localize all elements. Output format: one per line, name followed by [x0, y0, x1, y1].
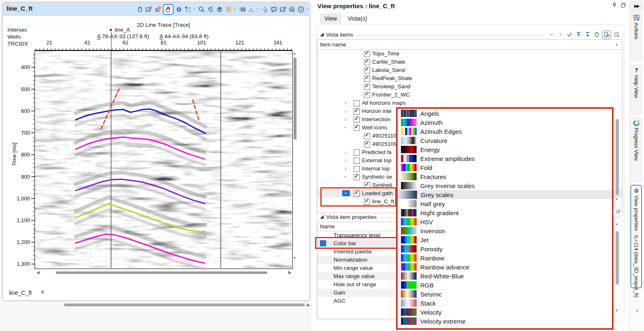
checkbox[interactable]: ✓: [364, 84, 370, 90]
chevron-down-small-icon[interactable]: [548, 31, 555, 38]
colorbar-option-hight-gradient[interactable]: Hight gradient: [398, 208, 612, 217]
checkbox[interactable]: ✓: [354, 108, 360, 115]
checkbox[interactable]: [354, 100, 360, 106]
colorbar-option-velocity-extreme[interactable]: Velocity extreme: [398, 317, 612, 326]
tree-item-carlile-shale[interactable]: ✓Carlile_Shale: [317, 58, 622, 66]
tree-scroll-up-icon[interactable]: ▲: [615, 43, 619, 46]
plot-vscroll-thumb[interactable]: [294, 57, 297, 140]
image-history-icon[interactable]: [145, 6, 153, 14]
crosshair-cursor-icon[interactable]: [261, 6, 269, 14]
colorbar-option-jet[interactable]: Jet: [398, 235, 612, 244]
wiggle-traces-chevron-icon[interactable]: ›: [234, 8, 237, 11]
check-blue-icon[interactable]: [566, 31, 573, 38]
bottom-tab-line-c-ft[interactable]: line_C_ft: [9, 290, 32, 296]
import-down-icon[interactable]: [584, 31, 591, 38]
colorbar-option-seismic[interactable]: Seismic: [398, 290, 612, 299]
chevron-right-icon[interactable]: ›: [345, 100, 346, 106]
property-row-normalization[interactable]: Normalization: [317, 256, 396, 264]
tree-item-all-horizons-maps[interactable]: ›All horizons maps: [317, 99, 622, 107]
well-marker-1[interactable]: Δ 44-AX-34 (83.8 ft): [160, 33, 208, 39]
amplitude-curve-icon[interactable]: [247, 6, 255, 14]
property-row-min-range-value[interactable]: Min range value: [317, 264, 396, 272]
checkbox[interactable]: ✓: [354, 174, 360, 180]
pin-icon[interactable]: [611, 2, 618, 9]
intersection-marker[interactable]: ▼ line_A: [109, 27, 130, 33]
plot-scroll-up-icon[interactable]: ▲: [293, 52, 297, 55]
zoom-magnifier-icon[interactable]: [197, 6, 205, 14]
import-up-icon[interactable]: [575, 31, 582, 38]
colorbar-option-grey-inverse-scales[interactable]: Grey Inverse scales: [398, 181, 612, 190]
checkbox[interactable]: [354, 149, 360, 156]
property-row-gain[interactable]: Gain: [317, 289, 396, 297]
checkbox[interactable]: ✓: [354, 117, 360, 123]
tree-vscroll-thumb[interactable]: [616, 119, 619, 195]
colorbar-option-extreme-amplitudes[interactable]: Extreme amplitudes: [398, 154, 612, 163]
vista-items-section-header[interactable]: Vista items: [320, 30, 620, 39]
chevron-right-small-icon[interactable]: [557, 31, 564, 38]
annotation-bubble-icon[interactable]: [270, 6, 278, 14]
checkbox[interactable]: ✓: [364, 141, 370, 147]
colorbar-option-grey-scales[interactable]: Grey scales: [398, 190, 612, 199]
colorbar-option-azimuth-edges[interactable]: Azimuth Edges: [398, 127, 612, 136]
property-row-max-range-value[interactable]: Max range value: [317, 272, 396, 280]
undo-icon[interactable]: ↺: [613, 208, 623, 216]
properties-column-header[interactable]: Name: [317, 222, 396, 231]
bottom-tab-close-icon[interactable]: ✕: [40, 289, 45, 295]
props-scroll-down-icon[interactable]: ▼: [615, 309, 619, 313]
compass-icon[interactable]: [297, 6, 305, 14]
rail-tab-view-properties-il-114-data-3d[interactable]: View properties : IL=114 (data_3D_teapot…: [630, 185, 642, 288]
colorbar-option-porosity[interactable]: Porosity: [398, 244, 612, 253]
colorbar-option-fold[interactable]: Fold: [398, 163, 612, 172]
chevron-right-icon[interactable]: ›: [345, 149, 346, 155]
checkbox[interactable]: [354, 166, 360, 172]
checkbox[interactable]: ✓: [364, 67, 370, 74]
rail-tab-progress-view[interactable]: Progress View: [630, 117, 642, 182]
colorbar-option-angels[interactable]: Angels: [398, 109, 612, 118]
checkbox[interactable]: ✓: [354, 125, 360, 131]
props-scroll-up-icon[interactable]: ▲: [615, 222, 619, 226]
app-scroll-right-icon[interactable]: ▶: [307, 303, 310, 307]
chevron-right-icon[interactable]: ›: [345, 157, 346, 163]
select-region-icon[interactable]: [184, 6, 192, 14]
property-row-hide-out-of-range[interactable]: Hide out of range: [317, 280, 396, 289]
mouse-small-icon[interactable]: [593, 31, 600, 38]
mouse-mode-icon[interactable]: [206, 6, 214, 14]
chevron-right-icon[interactable]: ›: [345, 108, 346, 114]
tab-vistas[interactable]: Vista(s): [341, 13, 373, 24]
mouse-select-icon[interactable]: [136, 6, 144, 14]
tree-item-redpeak-shale[interactable]: ✓RedPeak_Shale: [317, 74, 622, 83]
plot-hscroll-thumb[interactable]: [56, 271, 267, 274]
colorbar-option-rainbow-advance[interactable]: Rainbow advance: [398, 262, 612, 271]
tree-item-frontier-2-wc[interactable]: ✓Frontier_2_WC: [317, 91, 622, 99]
colorbar-option-hsv[interactable]: HSV: [398, 217, 612, 226]
property-row-agc-ms-[interactable]: AGC: [317, 297, 396, 305]
plot-scroll-right-icon[interactable]: ▶: [288, 271, 292, 274]
rail-overflow-icon[interactable]: »: [636, 307, 639, 313]
colorbar-option-stack[interactable]: Stack: [398, 299, 612, 308]
app-hscroll-thumb[interactable]: [64, 303, 305, 306]
colorbar-option-azimuth[interactable]: Azimuth: [398, 118, 612, 127]
colorbar-option-inversion[interactable]: Inversion: [398, 226, 612, 235]
colorbar-option-rgb[interactable]: RGB: [398, 280, 612, 290]
checkbox[interactable]: ✓: [364, 133, 370, 139]
props-vscroll-thumb[interactable]: [616, 231, 619, 285]
well-marker-0[interactable]: Δ 78-AX-33 (137.6 ft): [97, 33, 149, 39]
rail-tab-actions[interactable]: Actions: [630, 12, 642, 61]
colorbar-option-energy[interactable]: Energy: [398, 145, 612, 154]
select-region-chevron-icon[interactable]: ›: [193, 8, 196, 11]
doc-list-icon[interactable]: [613, 31, 620, 38]
tree-column-header[interactable]: Item name: [317, 40, 622, 50]
chevron-right-icon[interactable]: ›: [345, 166, 346, 172]
tree-scroll-down-icon[interactable]: ▼: [615, 198, 619, 201]
layers-icon[interactable]: [215, 6, 223, 14]
plot-scroll-left-icon[interactable]: ◀: [36, 271, 39, 274]
restore-views-icon[interactable]: ▶▶: [630, 1, 643, 11]
doc-history-icon[interactable]: [602, 30, 611, 39]
chevron-right-icon[interactable]: ›: [345, 116, 346, 122]
tree-item-lakota-sand[interactable]: ✓Lakota_Sand: [317, 66, 622, 74]
chevron-down-icon[interactable]: ›: [343, 176, 349, 177]
measure-at-icon[interactable]: @: [288, 6, 296, 14]
amplitude-curve-chevron-icon[interactable]: ›: [256, 8, 259, 11]
checkbox[interactable]: ✓: [364, 59, 370, 65]
rail-tab-help-view[interactable]: ?Help View: [630, 65, 642, 114]
